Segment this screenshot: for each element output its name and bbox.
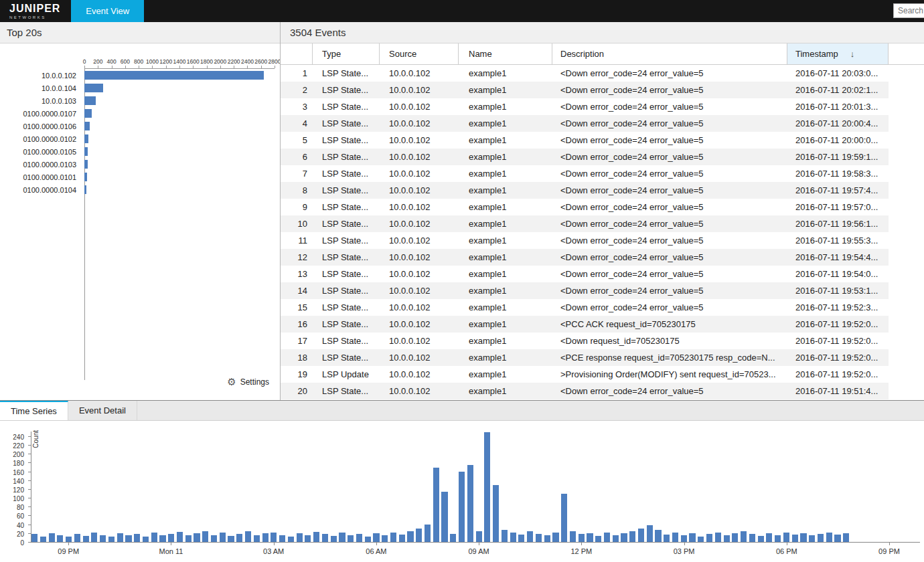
table-row[interactable]: 15LSP State...10.0.0.102example1<Down er… [281, 299, 924, 316]
timeseries-bar [758, 536, 764, 542]
table-cell: 2016-07-11 19:52:0... [787, 333, 889, 349]
y-tick-label: 200 [13, 451, 24, 458]
table-cell: LSP State... [313, 199, 380, 215]
table-cell: example1 [459, 349, 552, 366]
table-row[interactable]: 7LSP State...10.0.0.102example1<Down err… [281, 165, 924, 182]
table-cell: 10.0.0.102 [380, 98, 459, 115]
timeseries-bar [125, 535, 131, 542]
table-cell: 6 [281, 149, 313, 165]
table-cell: LSP State... [313, 98, 380, 115]
top20-bar [84, 122, 90, 130]
table-row[interactable]: 10LSP State...10.0.0.102example1<Down er… [281, 215, 924, 232]
top20-category-label: 10.0.0.103 [0, 97, 80, 105]
row-filler [889, 349, 924, 366]
timeseries-bar [288, 537, 294, 543]
table-row[interactable]: 20LSP State...10.0.0.102example1<Down er… [281, 383, 924, 399]
timeseries-bar [31, 534, 37, 542]
top20-category-label: 10.0.0.102 [0, 72, 80, 80]
top20-bar-track [84, 160, 275, 169]
x-tick-mark [139, 66, 139, 68]
table-cell: LSP State... [313, 132, 380, 149]
x-tick-label: 200 [93, 58, 102, 65]
top20-bar-row: 10.0.0.103 [0, 94, 275, 107]
settings-button[interactable]: ⚙ Settings [227, 377, 269, 387]
table-cell: 10.0.0.102 [380, 115, 459, 132]
top20-bar-row: 0100.0000.0104 [0, 183, 275, 196]
table-row[interactable]: 16LSP State...10.0.0.102example1<PCC ACK… [281, 316, 924, 333]
x-tick-mark [98, 66, 98, 68]
table-row[interactable]: 17LSP State...10.0.0.102example1<Down re… [281, 333, 924, 349]
x-tick-label: 03 PM [674, 547, 695, 555]
events-header-row: TypeSourceNameDescriptionTimestamp↓ [281, 43, 924, 65]
column-header-source[interactable]: Source [380, 43, 459, 64]
column-header-type[interactable]: Type [313, 43, 380, 64]
x-tick-mark [207, 66, 208, 68]
table-cell: LSP Update [313, 366, 380, 383]
events-table: TypeSourceNameDescriptionTimestamp↓ 1LSP… [281, 43, 924, 400]
table-cell: LSP State... [313, 349, 380, 366]
table-row[interactable]: 2LSP State...10.0.0.102example1<Down err… [281, 82, 924, 98]
events-panel-header: 3504 Events [281, 22, 924, 43]
x-tick-mark [179, 66, 180, 68]
column-header-index[interactable] [281, 43, 313, 64]
table-cell: 14 [281, 282, 313, 299]
table-cell: <Down error_code=24 error_value=5 [552, 65, 787, 82]
table-row[interactable]: 18LSP State...10.0.0.102example1<PCE res… [281, 349, 924, 366]
column-header-timestamp[interactable]: Timestamp↓ [787, 43, 889, 64]
top20-bar [84, 96, 96, 105]
table-cell: 2016-07-11 19:52:0... [787, 349, 889, 366]
timeseries-bar [715, 533, 721, 542]
table-row[interactable]: 4LSP State...10.0.0.102example1<Down err… [281, 115, 924, 132]
x-tick-mark [275, 66, 275, 68]
table-cell: 9 [281, 199, 313, 215]
timeseries-bar [544, 535, 550, 542]
y-tick-label: 0 [20, 539, 24, 547]
table-row[interactable]: 13LSP State...10.0.0.102example1<Down er… [281, 266, 924, 282]
nav-tab-event-view[interactable]: Event View [71, 0, 144, 22]
table-cell: 4 [281, 115, 313, 132]
tab-event-detail[interactable]: Event Detail [68, 401, 137, 420]
table-cell: <Down error_code=24 error_value=5 [552, 165, 787, 182]
table-cell: 2016-07-11 20:03:0... [787, 65, 889, 82]
timeseries-bar [647, 525, 653, 542]
table-row[interactable]: 11LSP State...10.0.0.102example1<Down er… [281, 232, 924, 249]
table-cell: 11 [281, 232, 313, 249]
table-row[interactable]: 5LSP State...10.0.0.102example1<Down err… [281, 132, 924, 149]
bottom-tab-bar: Time Series Event Detail [0, 401, 924, 421]
column-header-description[interactable]: Description [552, 43, 787, 64]
table-cell: 2016-07-11 20:02:1... [787, 82, 889, 98]
x-tick-label: 1200 [159, 58, 172, 65]
table-cell: LSP State... [313, 232, 380, 249]
table-row[interactable]: 8LSP State...10.0.0.102example1<Down err… [281, 182, 924, 199]
table-row[interactable]: 9LSP State...10.0.0.102example1<Down err… [281, 199, 924, 215]
timeseries-bar [151, 533, 157, 542]
column-header-name[interactable]: Name [459, 43, 552, 64]
x-tick-mark [684, 543, 685, 545]
table-row[interactable]: 1LSP State...10.0.0.102example1<Down err… [281, 65, 924, 82]
timeseries-bar [185, 535, 191, 542]
table-cell: 15 [281, 299, 313, 316]
top20-category-label: 0100.0000.0102 [0, 135, 80, 143]
tab-time-series[interactable]: Time Series [0, 401, 68, 420]
search-input[interactable] [893, 3, 924, 18]
x-tick-label: Mon 11 [159, 547, 183, 555]
table-cell: 10.0.0.102 [380, 299, 459, 316]
table-cell: LSP State... [313, 165, 380, 182]
top20-bar [84, 147, 88, 156]
table-cell: <Down request_id=705230175 [552, 333, 787, 349]
timeseries-bar [450, 534, 456, 542]
timeseries-bar [467, 465, 473, 542]
table-row[interactable]: 3LSP State...10.0.0.102example1<Down err… [281, 98, 924, 115]
timeseries-bar [211, 535, 217, 542]
table-row[interactable]: 12LSP State...10.0.0.102example1<Down er… [281, 249, 924, 266]
table-row[interactable]: 19LSP Update10.0.0.102example1>Provision… [281, 366, 924, 383]
table-cell: 10.0.0.102 [380, 282, 459, 299]
table-cell: example1 [459, 316, 552, 333]
logo-text: JUNIPER [9, 3, 60, 14]
top20-bar [84, 173, 87, 181]
x-tick-label: 2600 [254, 58, 267, 65]
table-row[interactable]: 14LSP State...10.0.0.102example1<Down er… [281, 282, 924, 299]
table-row[interactable]: 6LSP State...10.0.0.102example1<Down err… [281, 149, 924, 165]
x-tick-label: 09 PM [58, 547, 79, 555]
table-cell: <Down error_code=24 error_value=5 [552, 115, 787, 132]
